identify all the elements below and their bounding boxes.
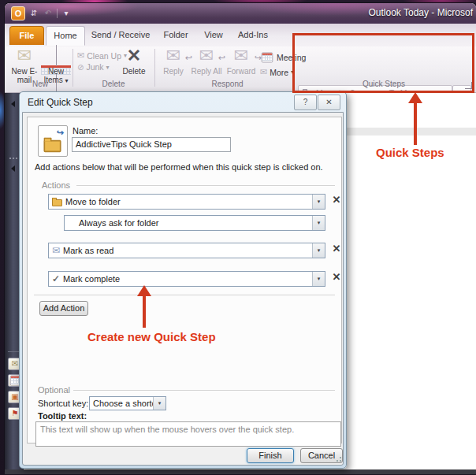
tab-file[interactable]: File (9, 26, 44, 45)
outlook-app-icon[interactable]: O (11, 6, 25, 20)
quick-steps-highlight-box (292, 33, 474, 93)
tab-home[interactable]: Home (46, 26, 85, 46)
dropdown-arrow-icon[interactable] (312, 272, 325, 286)
delete-button[interactable]: Delete (117, 46, 151, 76)
group-label-respond: Respond (162, 80, 292, 88)
group-separator (73, 49, 73, 87)
reply-all-button[interactable]: Reply All (191, 46, 222, 76)
action-select-label-wrap: Mark as read (49, 246, 312, 255)
dropdown-arrow-icon[interactable] (153, 397, 165, 410)
quick-access-toolbar: O (11, 6, 72, 20)
remove-action-4-button[interactable] (330, 271, 343, 284)
quick-step-folder-icon (43, 140, 61, 152)
actions-section-label: Actions (42, 180, 70, 190)
quick-step-icon-button[interactable] (38, 125, 68, 157)
window-title: Outlook Today - Microsof (369, 7, 474, 18)
tooltip-text-label: Tooltip text: (38, 411, 87, 421)
forward-button[interactable]: Forward (224, 46, 258, 76)
tab-view[interactable]: View (197, 26, 230, 44)
dialog-title: Edit Quick Step (28, 97, 93, 108)
forward-icon (224, 46, 258, 67)
remove-action-3-button[interactable] (330, 243, 343, 255)
arrow-head (408, 92, 422, 103)
actions-bottom-line (34, 295, 335, 295)
action-select-folder-option[interactable]: Always ask for folder (64, 215, 325, 231)
resize-grip[interactable] (335, 457, 341, 463)
icon-arrow (57, 128, 64, 138)
edit-quick-step-dialog: Edit Quick Step Name: AddictiveTips Quic… (19, 91, 347, 469)
group-separator (154, 49, 155, 87)
more-label: More (270, 68, 288, 77)
reply-all-label: Reply All (192, 67, 222, 76)
dialog-body: Name: AddictiveTips Quick Step Add actio… (22, 112, 344, 466)
screenshot-root: O Outlook Today - Microsof File Home Sen… (0, 0, 476, 475)
shortcut-key-label: Shortcut key: (38, 399, 88, 408)
shortcut-select-label-wrap: Choose a shortcut (90, 399, 153, 408)
optional-section-label: Optional (38, 385, 70, 395)
send-receive-icon[interactable] (28, 8, 39, 19)
more-icon (260, 67, 267, 77)
close-button[interactable] (318, 95, 340, 110)
action-select-mark-as-read[interactable]: Mark as read (48, 243, 325, 258)
action-select-label-wrap: Always ask for folder (65, 218, 312, 228)
nav-expand-icon[interactable] (11, 101, 15, 107)
name-input[interactable]: AddictiveTips Quick Step (72, 137, 231, 152)
quick-steps-annotation: Quick Steps (376, 146, 444, 159)
dialog-inner-panel: Name: AddictiveTips Quick Step Add actio… (27, 117, 342, 443)
junk-label: Junk (86, 62, 103, 72)
junk-button[interactable]: Junk (77, 62, 110, 72)
tab-add-ins[interactable]: Add-Ins (232, 26, 274, 44)
meeting-icon (262, 53, 273, 63)
qat-separator (57, 9, 58, 18)
reply-button[interactable]: Reply (158, 46, 189, 76)
tab-send-receive[interactable]: Send / Receive (87, 26, 154, 44)
mark-complete-icon (52, 274, 60, 284)
action-1-label: Move to folder (65, 197, 121, 206)
dropdown-arrow-icon[interactable] (312, 243, 325, 258)
delete-icon (117, 46, 151, 67)
new-items-icon (41, 46, 71, 67)
tooltip-text-input[interactable]: This text will show up when the mouse ho… (35, 421, 341, 447)
new-email-icon (9, 46, 39, 67)
action-3-label: Mark as read (63, 246, 113, 255)
title-bar: O Outlook Today - Microsof (5, 3, 476, 24)
arrow-head (137, 285, 151, 296)
reply-icon (158, 46, 189, 67)
dropdown-arrow-icon[interactable] (312, 216, 325, 230)
finish-button[interactable]: Finish (247, 448, 294, 463)
action-select-label-wrap: Mark complete (49, 274, 312, 284)
new-email-button[interactable]: New E-mail (9, 46, 39, 84)
action-select-label-wrap: Move to folder (49, 197, 312, 206)
tab-folder[interactable]: Folder (156, 26, 195, 44)
action-select-move-to-folder[interactable]: Move to folder (48, 194, 325, 210)
arrow-stem (143, 295, 146, 328)
action-select-mark-complete[interactable]: Mark complete (48, 271, 325, 287)
more-button[interactable]: More (260, 67, 294, 77)
shortcut-key-select[interactable]: Choose a shortcut (89, 396, 166, 410)
optional-section-line (73, 390, 335, 391)
arrow-stem (414, 102, 417, 145)
shortcut-value: Choose a shortcut (93, 399, 153, 408)
group-label-delete: Delete (74, 80, 153, 88)
customize-qat-icon[interactable] (61, 8, 72, 19)
junk-icon (77, 63, 84, 72)
reply-label: Reply (163, 67, 184, 76)
junk-dropdown-icon (106, 64, 110, 71)
help-button[interactable] (294, 95, 317, 110)
mark-as-read-icon (52, 246, 60, 255)
undo-icon[interactable] (43, 8, 54, 19)
description-text: Add actions below that will be performed… (35, 162, 323, 172)
name-label: Name: (73, 126, 98, 135)
add-action-button[interactable]: Add Action (39, 301, 88, 316)
delete-label: Delete (123, 67, 146, 76)
reply-all-icon (191, 46, 222, 67)
remove-action-1-button[interactable] (330, 194, 343, 206)
action-2-label: Always ask for folder (68, 218, 158, 228)
nav-grip-dots[interactable] (9, 158, 19, 159)
window-bottom-edge (5, 469, 476, 474)
group-label-new: New (9, 80, 71, 88)
dropdown-arrow-icon[interactable] (312, 195, 325, 209)
move-to-folder-icon (52, 199, 62, 206)
nav-collapse-icon[interactable] (11, 165, 15, 172)
create-new-annotation: Create new Quick Step (87, 330, 216, 343)
